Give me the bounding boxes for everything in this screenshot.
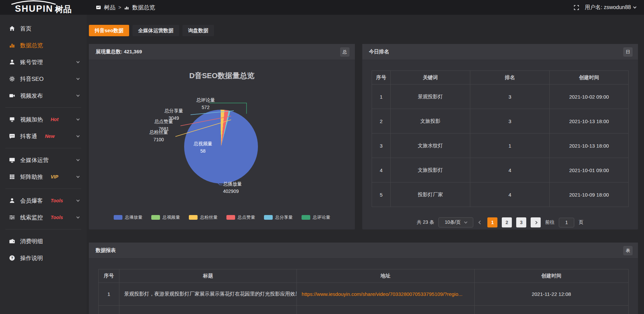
next-page-button[interactable] bbox=[531, 217, 541, 227]
logo-text-en: SHUPIN bbox=[15, 4, 53, 13]
col-time: 创建时间 bbox=[474, 269, 628, 283]
tools-badge: Tools bbox=[51, 198, 63, 203]
cell-time: 2021-10-01 09:00 bbox=[550, 158, 629, 182]
page-button-3[interactable]: 3 bbox=[516, 217, 526, 227]
legend-swatch bbox=[114, 215, 122, 220]
tab-media-ops-data[interactable]: 全媒体运营数据 bbox=[132, 25, 179, 36]
legend-swatch bbox=[189, 215, 198, 220]
username: 用户名: zswodun88 bbox=[585, 4, 631, 11]
chevron-down-icon bbox=[76, 77, 80, 80]
sidebar-item-label: 全媒体运营 bbox=[20, 156, 49, 164]
sidebar-item-label: 视频发布 bbox=[20, 92, 43, 100]
sidebar-item-data-overview[interactable]: 数据总览 bbox=[0, 37, 87, 54]
sidebar-item-label: 抖客通 bbox=[20, 133, 37, 140]
sidebar-item-spend-detail[interactable]: 消费明细 bbox=[0, 233, 87, 250]
breadcrumb-current[interactable]: 数据总览 bbox=[132, 4, 155, 11]
cell-no bbox=[99, 306, 119, 314]
sidebar-item-video-publish[interactable]: 视频发布 bbox=[0, 87, 87, 104]
report-link[interactable]: https://www.iesdouyin.com/share/video/70… bbox=[297, 283, 474, 306]
cell-time: 2021-10-13 18:00 bbox=[550, 109, 629, 134]
page-size-select[interactable]: 10条/页 bbox=[438, 217, 473, 227]
chevron-down-icon bbox=[76, 215, 80, 219]
user-menu[interactable]: 用户名: zswodun88 bbox=[585, 4, 636, 11]
sidebar: 首页 数据总览 账号管理 抖音SEO 视频发布 bbox=[0, 15, 87, 314]
ranking-panel: 今日排名 日 序号 关键词 排名 创建时间 1 景观投影灯 bbox=[362, 44, 638, 229]
pagination: 共 23 条 10条/页 1 2 3 前往 页 bbox=[372, 217, 629, 227]
col-url: 地址 bbox=[297, 269, 474, 283]
chevron-down-icon bbox=[76, 199, 80, 202]
col-time: 创建时间 bbox=[550, 71, 629, 85]
data-tabs: 抖音seo数据 全媒体运营数据 询盘数据 bbox=[89, 25, 638, 36]
legend-swatch bbox=[264, 215, 273, 220]
table-row: 2 文旅投影 3 2021-10-13 18:00 bbox=[372, 109, 629, 134]
gear-icon bbox=[9, 76, 15, 82]
chevron-down-icon bbox=[76, 134, 80, 138]
legend-item-likes[interactable]: 总点赞量 bbox=[226, 214, 255, 220]
sidebar-item-label: 消费明细 bbox=[20, 238, 43, 245]
video-publish-icon bbox=[9, 93, 15, 99]
sidebar-item-home[interactable]: 首页 bbox=[0, 20, 87, 37]
tab-douyin-seo-data[interactable]: 抖音seo数据 bbox=[89, 25, 129, 36]
pie-label-fans: 总粉丝量 7100 bbox=[142, 128, 175, 143]
cell-no: 2 bbox=[372, 109, 391, 134]
report-table-badge[interactable]: 表 bbox=[623, 246, 633, 255]
goto-label: 前往 bbox=[545, 219, 554, 225]
chart-legend: 总播放量 总视频量 总粉丝量 总点赞量 bbox=[89, 214, 355, 220]
report-header: 数据报表 表 bbox=[89, 243, 638, 259]
sidebar-item-video-heat[interactable]: 视频加热 Hot bbox=[0, 111, 87, 128]
cell-rank: 3 bbox=[470, 109, 550, 134]
sidebar-item-label: 会员爆客 bbox=[20, 197, 43, 205]
overview-total-badge[interactable]: 总 bbox=[340, 47, 350, 57]
prev-page-button[interactable] bbox=[478, 221, 483, 224]
wallet-icon bbox=[9, 238, 15, 244]
sidebar-item-label: 数据总览 bbox=[20, 42, 43, 49]
sidebar-item-lead-monitor[interactable]: 线索监控 Tools bbox=[0, 209, 87, 226]
hot-badge: Hot bbox=[51, 117, 58, 122]
ranking-day-badge[interactable]: 日 bbox=[623, 47, 633, 57]
report-row-partial bbox=[99, 306, 629, 314]
sidebar-item-douyin-seo[interactable]: 抖音SEO bbox=[0, 70, 87, 87]
legend-item-shares[interactable]: 总分享量 bbox=[264, 214, 293, 220]
sidebar-item-doukeTong[interactable]: 抖客通 New bbox=[0, 128, 87, 145]
overview-header: 展现量总数: 421,369 总 bbox=[89, 44, 355, 60]
chevron-down-icon bbox=[633, 5, 637, 9]
cell-no: 5 bbox=[372, 182, 391, 207]
legend-item-comments[interactable]: 总评论量 bbox=[302, 214, 330, 220]
cell-keyword: 景观投影灯 bbox=[391, 85, 470, 109]
legend-item-fans[interactable]: 总粉丝量 bbox=[189, 214, 218, 220]
sidebar-item-media-ops[interactable]: 全媒体运营 bbox=[0, 152, 87, 168]
svg-text:?: ? bbox=[11, 256, 13, 260]
pagination-total: 共 23 条 bbox=[417, 219, 434, 225]
legend-item-plays[interactable]: 总播放量 bbox=[114, 214, 143, 220]
breadcrumb: 树品 > 数据总览 bbox=[96, 4, 155, 11]
page-button-2[interactable]: 2 bbox=[502, 217, 512, 227]
chevron-down-icon bbox=[76, 60, 80, 63]
sidebar-item-help[interactable]: ? 操作说明 bbox=[0, 250, 87, 266]
table-header-row: 序号 标题 地址 创建时间 bbox=[99, 269, 629, 283]
page-button-1[interactable]: 1 bbox=[487, 217, 497, 227]
chevron-down-icon bbox=[76, 158, 80, 161]
cell-time: 2021-10-02 09:00 bbox=[550, 85, 629, 109]
sidebar-divider bbox=[5, 148, 81, 148]
breadcrumb-root[interactable]: 树品 bbox=[104, 4, 115, 11]
tab-inquiry-data[interactable]: 询盘数据 bbox=[182, 25, 214, 36]
monitor-icon bbox=[9, 157, 15, 163]
report-panel: 数据报表 表 序号 标题 地址 创建时间 1 景观投影灯，夜游景观投影灯厂家展示… bbox=[89, 243, 638, 314]
legend-item-videos[interactable]: 总视频量 bbox=[151, 214, 180, 220]
help-icon: ? bbox=[9, 255, 15, 261]
legend-swatch bbox=[302, 215, 310, 220]
cell-time: 2021-10-13 18:00 bbox=[550, 134, 629, 158]
fullscreen-icon[interactable] bbox=[574, 5, 579, 10]
topbar: SHUPIN 树品 树品 > 数据总览 用户名: zswodun88 bbox=[0, 0, 644, 15]
sidebar-item-member-baoke[interactable]: 会员爆客 Tools bbox=[0, 192, 87, 209]
cell-time: 2021-10-09 18:00 bbox=[550, 182, 629, 207]
report-table: 序号 标题 地址 创建时间 1 景观投影灯，夜游景观投影灯厂家展示展示落花灯在花… bbox=[98, 269, 629, 314]
sidebar-item-account[interactable]: 账号管理 bbox=[0, 54, 87, 70]
chat-icon bbox=[9, 133, 15, 139]
breadcrumb-separator: > bbox=[118, 5, 121, 10]
video-heat-icon bbox=[9, 116, 15, 122]
cell-time: 2021-11-22 12:08 bbox=[474, 283, 628, 306]
member-icon bbox=[9, 198, 15, 204]
sidebar-item-matrix-boost[interactable]: 矩阵助推 VIP bbox=[0, 168, 87, 185]
goto-page-input[interactable] bbox=[559, 218, 574, 227]
